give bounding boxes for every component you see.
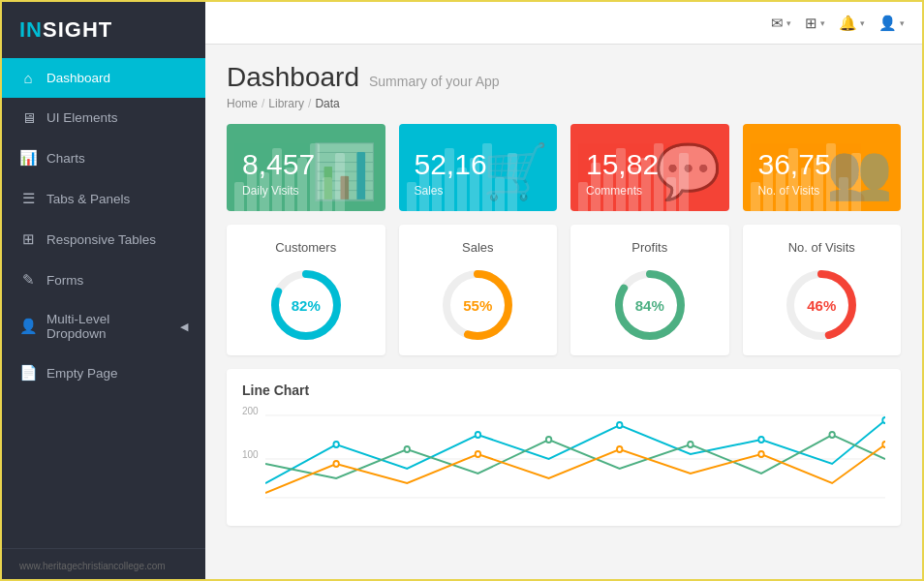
nav-label-charts: Charts xyxy=(46,151,85,166)
bell-caret: ▾ xyxy=(860,18,865,28)
user-glyph: 👤 xyxy=(878,15,897,32)
donut-wrapper-customers: 82% xyxy=(267,266,345,344)
nav-label-forms: Forms xyxy=(46,273,83,288)
line-chart-svg xyxy=(265,406,885,503)
page-title: Dashboard xyxy=(227,62,359,93)
nav-label-ui-elements: UI Elements xyxy=(46,110,118,125)
sidebar-item-dropdown[interactable]: 👤 Multi-Level Dropdown ◀ xyxy=(2,300,205,352)
stat-cards: 📊📊 8,457 Daily Visits 🛒🛒 52,16 Sales 💬💬 … xyxy=(227,124,901,211)
svg-point-15 xyxy=(758,451,763,457)
sidebar-item-responsive[interactable]: ⊞ Responsive Tables xyxy=(2,219,205,260)
stat-card-no-visits: 👥👥 36,75 No. of Visits xyxy=(743,124,902,211)
svg-point-7 xyxy=(882,417,885,423)
stat-label-comments: Comments xyxy=(586,184,714,198)
svg-point-5 xyxy=(617,422,622,428)
logo: INSIGHT xyxy=(2,2,205,58)
mail-glyph: ✉ xyxy=(771,15,784,32)
sidebar-item-tabs[interactable]: ☰ Tabs & Panels xyxy=(2,178,205,219)
sidebar-item-empty[interactable]: 📄 Empty Page xyxy=(2,352,205,393)
topbar: ✉▾⊞▾🔔▾👤▾ xyxy=(205,2,922,45)
donut-card-profits: Profits 84% xyxy=(570,225,729,355)
grid-caret: ▾ xyxy=(820,18,825,28)
nav-icon-ui-elements: 🖥 xyxy=(19,109,37,126)
stat-label-no-visits: No. of Visits xyxy=(758,184,886,198)
nav-label-dashboard: Dashboard xyxy=(46,71,110,85)
chart-section: Line Chart 200 100 xyxy=(227,369,901,526)
chart-title: Line Chart xyxy=(242,382,885,398)
breadcrumb-sep-1: / xyxy=(308,97,311,110)
donut-title-no-of-visits: No. of Visits xyxy=(788,240,855,255)
donut-pct-sales: 55% xyxy=(463,297,492,314)
nav-icon-empty: 📄 xyxy=(19,364,37,382)
nav-items: ⌂ Dashboard 🖥 UI Elements 📊 Charts ☰ Tab… xyxy=(2,58,205,393)
donut-card-sales: Sales 55% xyxy=(399,225,558,355)
donut-title-profits: Profits xyxy=(631,240,667,255)
page-header: Dashboard Summary of your App Home/Libra… xyxy=(227,62,901,110)
content-area: Dashboard Summary of your App Home/Libra… xyxy=(205,45,922,581)
sidebar: INSIGHT ⌂ Dashboard 🖥 UI Elements 📊 Char… xyxy=(2,2,205,581)
stat-card-comments: 💬💬 15,82 Comments xyxy=(570,124,729,211)
donut-cards: Customers 82% Sales 55% Profits 84% xyxy=(227,225,901,355)
donut-pct-no-of-visits: 46% xyxy=(807,297,836,314)
donut-title-customers: Customers xyxy=(275,240,336,255)
user-caret: ▾ xyxy=(900,18,905,28)
stat-card-daily-visits: 📊📊 8,457 Daily Visits xyxy=(227,124,385,211)
nav-label-tabs: Tabs & Panels xyxy=(46,192,130,206)
line-chart-area: 200 100 xyxy=(242,406,885,512)
svg-point-12 xyxy=(333,461,338,467)
nav-icon-responsive: ⊞ xyxy=(19,230,37,248)
stat-label-sales: Sales xyxy=(415,184,542,198)
svg-point-13 xyxy=(476,451,480,457)
nav-icon-tabs: ☰ xyxy=(19,190,37,207)
bell-glyph: 🔔 xyxy=(839,15,857,32)
svg-point-8 xyxy=(405,446,410,452)
sidebar-item-ui-elements[interactable]: 🖥 UI Elements xyxy=(2,98,205,138)
breadcrumb: Home/Library/Data xyxy=(227,97,901,110)
nav-icon-dashboard: ⌂ xyxy=(19,70,37,86)
stat-number-no-visits: 36,75 xyxy=(758,148,886,180)
svg-point-11 xyxy=(829,432,834,438)
nav-label-empty: Empty Page xyxy=(46,366,118,381)
donut-wrapper-profits: 84% xyxy=(611,266,689,344)
logo-sight: SIGHT xyxy=(43,17,112,42)
main-content: ✉▾⊞▾🔔▾👤▾ Dashboard Summary of your App H… xyxy=(205,2,922,581)
stat-number-comments: 15,82 xyxy=(586,148,714,180)
page-subtitle: Summary of your App xyxy=(369,74,500,89)
y-label-100: 100 xyxy=(242,449,259,460)
donut-wrapper-no-of-visits: 46% xyxy=(783,266,860,344)
breadcrumb-item-0[interactable]: Home xyxy=(227,97,258,110)
breadcrumb-sep-0: / xyxy=(262,97,264,110)
bell-topbar-icon[interactable]: 🔔▾ xyxy=(839,15,865,32)
sidebar-item-dashboard[interactable]: ⌂ Dashboard xyxy=(2,58,205,98)
donut-pct-profits: 84% xyxy=(635,297,664,314)
svg-point-16 xyxy=(882,442,885,447)
donut-card-customers: Customers 82% xyxy=(227,225,385,355)
svg-point-4 xyxy=(476,432,480,438)
sidebar-item-charts[interactable]: 📊 Charts xyxy=(2,138,205,178)
nav-label-dropdown: Multi-Level Dropdown xyxy=(46,312,170,341)
nav-arrow-dropdown: ◀ xyxy=(180,321,188,333)
y-label-200: 200 xyxy=(242,406,259,416)
grid-topbar-icon[interactable]: ⊞▾ xyxy=(805,15,825,32)
svg-point-14 xyxy=(617,446,622,452)
user-topbar-icon[interactable]: 👤▾ xyxy=(878,15,905,32)
donut-pct-customers: 82% xyxy=(292,297,321,314)
breadcrumb-item-2: Data xyxy=(315,97,339,110)
logo-in: IN xyxy=(19,17,43,42)
sidebar-footer: www.heritagechristiancollege.com xyxy=(2,548,205,581)
nav-icon-charts: 📊 xyxy=(19,149,37,167)
nav-icon-dropdown: 👤 xyxy=(19,318,37,335)
mail-topbar-icon[interactable]: ✉▾ xyxy=(771,15,791,32)
stat-card-sales: 🛒🛒 52,16 Sales xyxy=(399,124,558,211)
donut-wrapper-sales: 55% xyxy=(439,266,516,344)
breadcrumb-item-1[interactable]: Library xyxy=(268,97,304,110)
svg-point-3 xyxy=(333,442,338,447)
donut-title-sales: Sales xyxy=(462,240,494,255)
mail-caret: ▾ xyxy=(786,18,791,28)
svg-point-10 xyxy=(688,442,693,447)
page-title-row: Dashboard Summary of your App xyxy=(227,62,901,93)
stat-label-daily-visits: Daily Visits xyxy=(242,184,370,198)
sidebar-item-forms[interactable]: ✎ Forms xyxy=(2,260,205,300)
grid-glyph: ⊞ xyxy=(805,15,817,32)
stat-number-sales: 52,16 xyxy=(415,148,542,180)
